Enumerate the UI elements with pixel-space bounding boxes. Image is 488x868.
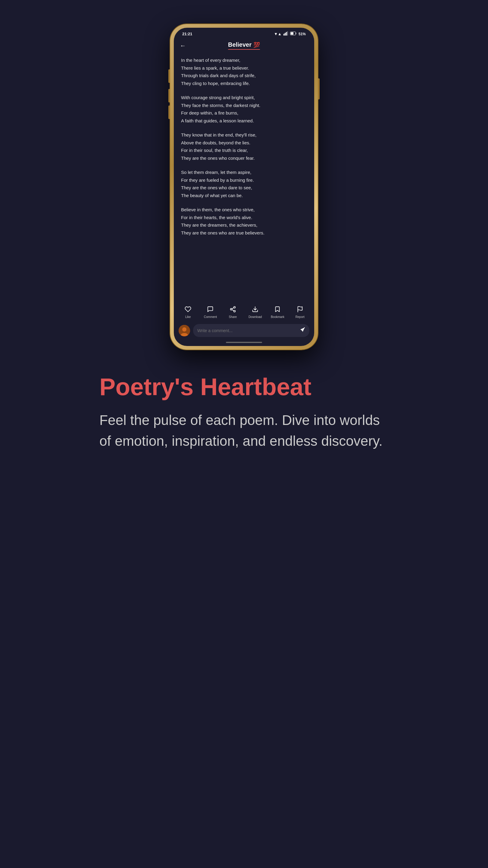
send-button[interactable] [300,327,305,334]
signal-icon [284,31,288,36]
comment-input-wrap[interactable] [193,324,310,337]
marketing-description: Feel the pulse of each poem. Dive into w… [99,410,389,452]
home-indicator [174,342,314,346]
report-label: Report [295,315,304,318]
svg-line-9 [232,310,234,311]
status-time: 21:21 [182,32,192,36]
comment-section [174,321,314,342]
svg-rect-3 [287,31,288,36]
bookmark-icon [274,306,281,314]
action-bar: Like Comment Share Download Bookmark Rep… [174,302,314,321]
svg-rect-5 [291,32,293,35]
action-report[interactable]: Report [292,306,308,318]
bookmark-label: Bookmark [271,315,284,318]
action-download[interactable]: Download [247,306,264,318]
phone-screen: 21:21 ▼▲ [174,28,314,346]
comment-label: Comment [204,315,217,318]
action-bookmark[interactable]: Bookmark [269,306,286,318]
svg-rect-0 [284,34,284,36]
back-button[interactable]: ← [180,42,186,49]
wifi-icon: ▼▲ [274,32,282,36]
poem-content: In the heart of every dreamer,There lies… [174,53,314,302]
svg-marker-17 [300,328,304,332]
comment-input[interactable] [197,328,300,333]
marketing-section: Poetry's Heartbeat Feel the pulse of eac… [63,350,425,470]
report-icon [297,306,303,314]
poem-stanza: In the heart of every dreamer,There lies… [181,56,307,87]
svg-rect-1 [285,33,286,36]
title-wrap: Believer 💯 [228,41,260,50]
action-comment[interactable]: Comment [202,306,219,318]
poem-stanza: So let them dream, let them aspire,For t… [181,168,307,199]
poem-title: Believer [228,41,252,48]
poem-stanza: They know that in the end, they'll rise,… [181,131,307,162]
share-label: Share [229,315,237,318]
comment-icon [207,306,214,314]
poem-header: ← Believer 💯 [174,39,314,53]
status-bar: 21:21 ▼▲ [174,28,314,39]
avatar [178,325,190,336]
heart-label: Like [185,315,191,318]
poem-stanza: Believe in them, the ones who strive,For… [181,206,307,237]
download-icon [252,306,258,314]
svg-line-10 [232,308,234,309]
battery-icon [290,32,297,36]
share-icon [230,306,236,314]
battery-percent: 51% [298,32,306,36]
phone-mockup: 21:21 ▼▲ [170,24,318,350]
action-heart[interactable]: Like [180,306,196,318]
title-underline [228,49,260,50]
download-label: Download [249,315,262,318]
phone-frame: 21:21 ▼▲ [170,24,318,350]
home-bar [226,342,262,343]
heart-icon [185,306,191,314]
poem-stanza: With courage strong and bright spirit,Th… [181,94,307,124]
svg-point-14 [182,327,187,332]
marketing-title: Poetry's Heartbeat [99,374,389,400]
svg-rect-2 [286,32,287,36]
status-right: ▼▲ [274,31,306,36]
title-emoji: 💯 [253,41,260,48]
action-share[interactable]: Share [224,306,241,318]
